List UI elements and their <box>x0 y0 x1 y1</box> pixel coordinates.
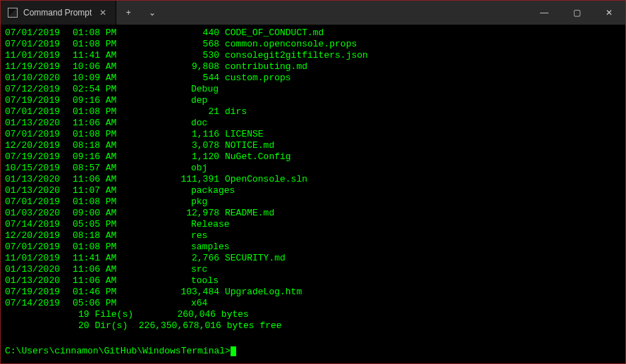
col-date: 01/13/2020 <box>5 185 61 196</box>
dir-listing-row: 11/01/201911:41 AM2,766SECURITY.md <box>5 253 621 264</box>
col-time: 11:07 AM <box>73 185 123 196</box>
maximize-button[interactable]: ▢ <box>560 1 593 25</box>
col-filename: README.md <box>225 208 274 219</box>
col-size: 1,116 <box>157 129 219 140</box>
col-filename: Release <box>191 219 230 230</box>
col-time: 08:18 AM <box>73 230 123 241</box>
col-date: 07/01/2019 <box>5 27 61 39</box>
col-size: 3,078 <box>157 140 219 151</box>
col-date: 07/19/2019 <box>5 151 61 163</box>
col-date: 12/20/2019 <box>5 140 61 151</box>
close-button[interactable]: ✕ <box>593 1 625 25</box>
dir-listing-row: 10/15/201908:57 AMobj <box>5 163 621 174</box>
col-date: 07/01/2019 <box>5 241 61 253</box>
dir-listing-row: 07/01/201901:08 PMsamples <box>5 241 621 253</box>
col-date: 10/15/2019 <box>5 163 61 174</box>
col-dir-marker: packages <box>123 185 157 196</box>
col-filename: contributing.md <box>225 61 307 73</box>
col-dir-marker: obj <box>123 163 157 174</box>
col-time: 11:06 AM <box>73 118 123 129</box>
col-time: 01:08 PM <box>73 106 123 118</box>
col-filename: custom.props <box>225 73 291 84</box>
col-dir-marker: doc <box>123 118 157 129</box>
titlebar[interactable]: Command Prompt ✕ + ⌄ — ▢ ✕ <box>1 1 625 25</box>
col-filename: CODE_OF_CONDUCT.md <box>225 27 324 39</box>
col-time: 10:09 AM <box>73 73 123 84</box>
col-time: 01:08 PM <box>73 241 123 253</box>
col-size: 111,391 <box>157 174 219 185</box>
dir-listing-row: 07/19/201909:16 AMdep <box>5 95 621 106</box>
col-size: 530 <box>157 50 219 61</box>
col-dir-marker: Debug <box>123 84 157 95</box>
col-time: 01:08 PM <box>73 39 123 50</box>
col-filename: Debug <box>191 84 219 95</box>
col-date: 07/01/2019 <box>5 196 61 208</box>
col-time: 01:08 PM <box>73 196 123 208</box>
col-date: 11/19/2019 <box>5 61 61 73</box>
col-time: 01:08 PM <box>73 27 123 39</box>
col-filename: NuGet.Config <box>225 151 291 163</box>
col-date: 01/03/2020 <box>5 208 61 219</box>
summary-files: 19 File(s) 260,046 bytes <box>5 309 621 320</box>
dir-listing-row: 07/14/201905:06 PMx64 <box>5 298 621 309</box>
col-date: 01/13/2020 <box>5 264 61 275</box>
tab-dropdown-button[interactable]: ⌄ <box>140 1 164 25</box>
col-dir-marker: tools <box>123 275 157 287</box>
col-dir-marker: pkg <box>123 196 157 208</box>
tab-title: Command Prompt <box>23 8 92 18</box>
col-filename: NOTICE.md <box>225 140 274 151</box>
prompt-line[interactable]: C:\Users\cinnamon\GitHub\WindowsTerminal… <box>5 346 621 357</box>
col-size: 568 <box>157 39 219 50</box>
col-time: 01:08 PM <box>73 129 123 140</box>
col-dir-marker: Release <box>123 219 157 230</box>
col-dir-marker: x64 <box>123 298 157 309</box>
col-filename: pkg <box>191 196 207 208</box>
terminal-output[interactable]: 07/01/201901:08 PM440CODE_OF_CONDUCT.md0… <box>1 25 625 363</box>
dir-listing-row: 12/20/201908:18 AMres <box>5 230 621 241</box>
dir-listing-row: 01/10/202010:09 AM544custom.props <box>5 73 621 84</box>
col-time: 11:41 AM <box>73 253 123 264</box>
col-time: 11:06 AM <box>73 264 123 275</box>
col-date: 07/19/2019 <box>5 95 61 106</box>
tab-close-button[interactable]: ✕ <box>97 7 109 18</box>
tab-active[interactable]: Command Prompt ✕ <box>1 1 116 25</box>
col-date: 07/01/2019 <box>5 39 61 50</box>
col-date: 11/01/2019 <box>5 50 61 61</box>
col-filename: obj <box>191 163 207 174</box>
col-size: 2,766 <box>157 253 219 264</box>
col-filename: src <box>191 264 207 275</box>
col-time: 09:00 AM <box>73 208 123 219</box>
col-size: 12,978 <box>157 208 219 219</box>
col-size: 103,484 <box>157 287 219 298</box>
col-filename: tools <box>191 275 219 287</box>
prompt-text: C:\Users\cinnamon\GitHub\WindowsTerminal… <box>5 346 231 356</box>
col-time: 11:06 AM <box>73 174 123 185</box>
col-time: 05:05 PM <box>73 219 123 230</box>
col-date: 07/14/2019 <box>5 219 61 230</box>
col-dir-marker: dep <box>123 95 157 106</box>
minimize-button[interactable]: — <box>528 1 560 25</box>
summary-dirs: 20 Dir(s) 226,350,678,016 bytes free <box>5 320 621 332</box>
dir-listing-row: 07/12/201902:54 PMDebug <box>5 84 621 95</box>
dir-listing-row: 07/01/201901:08 PM568common.openconsole.… <box>5 39 621 50</box>
col-time: 08:57 AM <box>73 163 123 174</box>
col-date: 07/19/2019 <box>5 287 61 298</box>
col-time: 09:16 AM <box>73 151 123 163</box>
dir-listing-row: 01/13/202011:06 AM111,391OpenConsole.sln <box>5 174 621 185</box>
titlebar-drag-region[interactable] <box>164 1 528 25</box>
col-date: 07/01/2019 <box>5 106 61 118</box>
col-filename: LICENSE <box>225 129 264 140</box>
dir-listing-row: 07/01/201901:08 PMpkg <box>5 196 621 208</box>
col-size: 440 <box>157 27 219 39</box>
col-size: 1,120 <box>157 151 219 163</box>
col-date: 01/10/2020 <box>5 73 61 84</box>
dir-listing-row: 07/01/201901:08 PM21dirs <box>5 106 621 118</box>
col-date: 12/20/2019 <box>5 230 61 241</box>
col-filename: doc <box>191 118 207 129</box>
col-date: 07/12/2019 <box>5 84 61 95</box>
new-tab-button[interactable]: + <box>116 1 140 25</box>
col-time: 11:06 AM <box>73 275 123 287</box>
col-filename: UpgradeLog.htm <box>225 287 302 298</box>
dir-listing-row: 07/19/201901:46 PM103,484UpgradeLog.htm <box>5 287 621 298</box>
dir-listing-row: 01/03/202009:00 AM12,978README.md <box>5 208 621 219</box>
